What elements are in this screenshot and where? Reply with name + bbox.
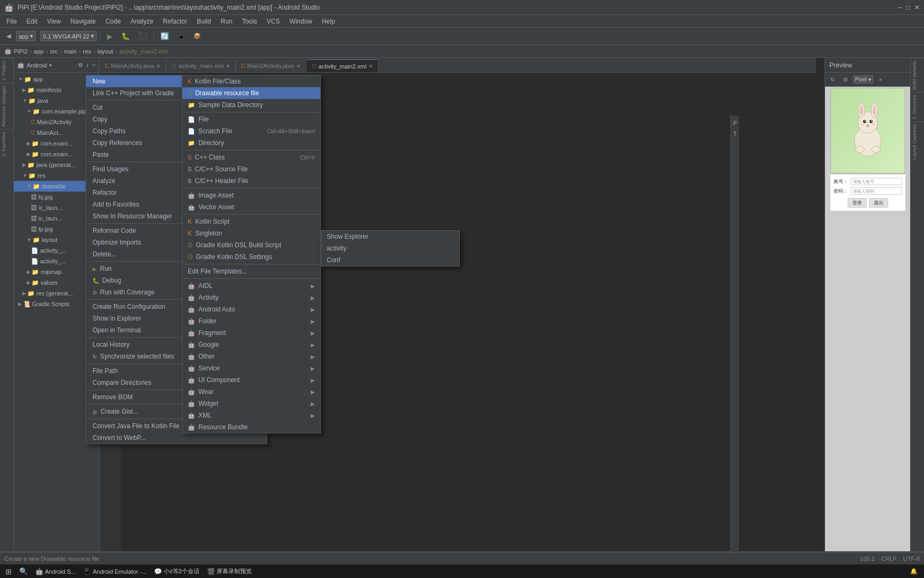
android-dropdown[interactable]: ▾: [49, 63, 52, 68]
status-encoding[interactable]: UTF-8: [903, 556, 920, 562]
submenu-cpp-class[interactable]: S C++ Class Ctrl+V: [182, 151, 320, 163]
taskbar-chat[interactable]: 💬 小z等2个会话: [151, 566, 203, 576]
submenu-activity[interactable]: 🤖 Activity ▶: [182, 292, 320, 303]
tool-structure[interactable]: 2: Structure: [911, 92, 924, 122]
submenu-resource-bundle[interactable]: 🤖 Resource Bundle: [182, 421, 320, 433]
submenu-directory[interactable]: 📁 Directory: [182, 137, 320, 149]
taskbar-search[interactable]: 🔍: [16, 567, 31, 575]
tool-layout-captures[interactable]: Layout Captures: [911, 121, 924, 162]
activity-activity[interactable]: activity: [321, 242, 459, 254]
submenu-google[interactable]: 🤖 Google ▶: [182, 339, 320, 351]
submenu-folder[interactable]: 🤖 Folder ▶: [182, 315, 320, 327]
menu-navigate[interactable]: Navigate: [66, 17, 100, 26]
project-gear[interactable]: ⚙: [78, 62, 83, 68]
submenu-edit-templates[interactable]: Edit File Templates...: [182, 265, 320, 277]
preview-expand[interactable]: »: [875, 74, 886, 85]
menu-file[interactable]: File: [2, 17, 21, 26]
submenu-sample-data-dir[interactable]: 📁 Sample Data Directory: [182, 99, 320, 111]
wear-icon: 🤖: [188, 389, 195, 396]
window-maximize[interactable]: □: [906, 4, 910, 11]
submenu-wear[interactable]: 🤖 Wear ▶: [182, 386, 320, 398]
window-minimize[interactable]: ─: [897, 4, 902, 11]
tab-main2activity-java[interactable]: C Main2Activity.java ✕: [236, 59, 306, 72]
submenu-ui-component[interactable]: 🤖 UI Component ▶: [182, 374, 320, 386]
preview-layout-toggle[interactable]: ⊟: [840, 74, 851, 85]
breadcrumb-item-6[interactable]: layout: [97, 48, 113, 55]
toolbar-debug[interactable]: 🐛: [118, 31, 133, 41]
project-collapse[interactable]: ─: [92, 62, 96, 68]
tool-resource-manager[interactable]: Resource Manager: [0, 83, 13, 129]
preview-refresh[interactable]: ↻: [827, 74, 838, 85]
menu-view[interactable]: View: [43, 17, 65, 26]
submenu-image-asset[interactable]: 🤖 Image Asset: [182, 189, 320, 201]
ctx-convert-webp[interactable]: Convert to WebP...: [86, 432, 267, 444]
taskbar-windows-icon[interactable]: ⊞: [2, 567, 15, 576]
breadcrumb-item-5[interactable]: res: [83, 48, 91, 55]
taskbar-screen-record[interactable]: 🎬 屏幕录制预览: [204, 566, 255, 576]
submenu-other[interactable]: 🤖 Other ▶: [182, 351, 320, 362]
submenu-drawable-resource[interactable]: D Drawable resource file: [182, 87, 320, 99]
submenu-file[interactable]: 📄 File: [182, 113, 320, 125]
toolbar-nav-back[interactable]: ◀: [3, 32, 14, 41]
breadcrumb-item-3[interactable]: src: [50, 48, 58, 55]
menu-tools[interactable]: Tools: [238, 17, 261, 26]
menu-analyze[interactable]: Analyze: [126, 17, 158, 26]
menu-help[interactable]: Help: [318, 17, 340, 26]
submenu-android-auto[interactable]: 🤖 Android Auto ▶: [182, 303, 320, 315]
activity-show-explorer[interactable]: Show Explorer: [321, 231, 459, 242]
toolbar-stop[interactable]: ⬛: [135, 31, 150, 41]
toolbar-run[interactable]: ▶: [104, 31, 116, 42]
toolbar-device-config[interactable]: 5.1 WVGA API 22 ▾: [40, 31, 97, 41]
taskbar-emulator[interactable]: 📱 Android Emulator -...: [80, 567, 150, 576]
submenu-cpp-header[interactable]: S C/C++ Header File: [182, 175, 320, 187]
submenu-widget[interactable]: 🤖 Widget ▶: [182, 398, 320, 409]
tab-close-3[interactable]: ✕: [296, 63, 301, 69]
toolbar-sdk[interactable]: 📦: [190, 32, 204, 41]
menu-window[interactable]: Window: [285, 17, 317, 26]
project-sync[interactable]: ↕: [86, 62, 89, 68]
toolbar-app-config[interactable]: app ▾: [16, 31, 36, 41]
submenu-singleton[interactable]: K Singleton: [182, 227, 320, 239]
menu-run[interactable]: Run: [217, 17, 237, 26]
menu-build[interactable]: Build: [192, 17, 215, 26]
tab-mainactivity-java[interactable]: C MainActivity.java ✕: [99, 59, 166, 72]
menu-refactor[interactable]: Refactor: [159, 17, 191, 26]
menu-code[interactable]: Code: [101, 17, 125, 26]
tab-close-1[interactable]: ✕: [156, 63, 160, 69]
submenu-fragment[interactable]: 🤖 Fragment ▶: [182, 327, 320, 339]
toolbar-sync[interactable]: 🔄: [157, 31, 172, 41]
window-close[interactable]: ✕: [914, 4, 920, 11]
submenu-scratch-file[interactable]: 📄 Scratch File Ctrl+Alt+Shift+Insert: [182, 125, 320, 137]
menu-vcs[interactable]: VCS: [263, 17, 284, 26]
submenu-gradle-settings[interactable]: G Gradle Kotlin DSL Settings: [182, 251, 320, 263]
tab-close-4[interactable]: ✕: [368, 63, 373, 69]
submenu-cpp-source[interactable]: S C/C++ Source File: [182, 163, 320, 175]
palette-icon[interactable]: P: [730, 118, 741, 128]
toolbar-avd[interactable]: 📱: [174, 32, 188, 41]
submenu-vector-asset[interactable]: 🤖 Vector Asset: [182, 201, 320, 213]
breadcrumb-item-2[interactable]: app: [34, 48, 43, 55]
submenu-service[interactable]: 🤖 Service ▶: [182, 362, 320, 374]
preview-device-select[interactable]: Pixel ▾: [853, 75, 873, 83]
tool-build-variants[interactable]: Build Variants: [911, 58, 924, 92]
taskbar-android-studio[interactable]: 🤖 Android S...: [32, 567, 79, 576]
submenu-kotlin-file[interactable]: K Kotlin File/Class: [182, 75, 320, 87]
status-bar: Create a new Drawable resource file 105:…: [0, 552, 924, 564]
tab-close-2[interactable]: ✕: [226, 63, 230, 69]
status-line-ending[interactable]: CRLF: [881, 556, 897, 562]
tool-project[interactable]: 1: Project: [0, 58, 13, 83]
tab-activity-main2-xml[interactable]: ⬡ activity_main2.xml ✕: [306, 59, 379, 72]
menu-edit[interactable]: Edit: [22, 17, 42, 26]
submenu-aidl[interactable]: 🤖 AIDL ▶: [182, 280, 320, 292]
tool-favorites[interactable]: 2: Favorites: [0, 129, 13, 159]
submenu-kotlin-script[interactable]: K Kotlin Script: [182, 216, 320, 227]
status-position[interactable]: 105:1: [860, 556, 875, 562]
submenu-xml[interactable]: 🤖 XML ▶: [182, 409, 320, 421]
breadcrumb-item-7[interactable]: activity_main2.xml: [119, 48, 167, 55]
submenu-gradle-build[interactable]: G Gradle Kotlin DSL Build Script: [182, 239, 320, 251]
component-tree-icon[interactable]: T: [730, 128, 741, 139]
activity-conf[interactable]: Conf: [321, 254, 459, 266]
tab-activity-main-xml[interactable]: ⬡ activity_main.xml ✕: [166, 59, 236, 72]
breadcrumb-item-4[interactable]: main: [64, 48, 77, 55]
breadcrumb-item-1[interactable]: PiPi2: [14, 48, 28, 55]
